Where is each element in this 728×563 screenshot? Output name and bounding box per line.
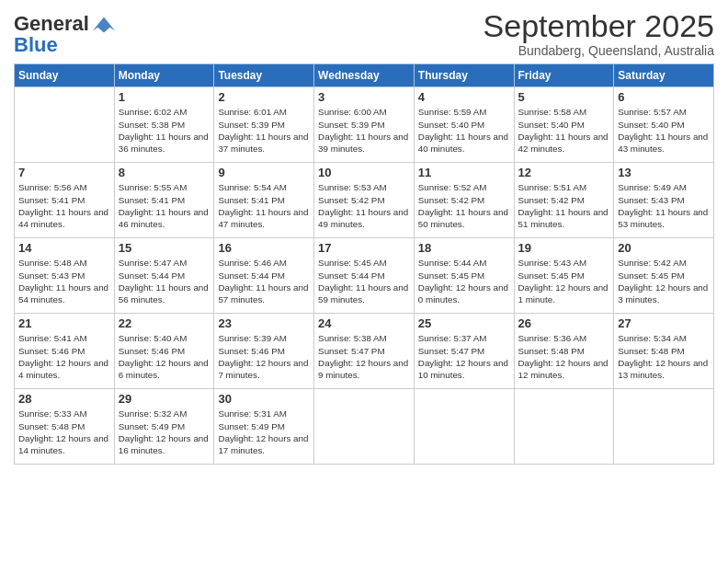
weekday-header-row: Sunday Monday Tuesday Wednesday Thursday…	[15, 64, 714, 87]
header-monday: Monday	[114, 64, 214, 87]
header-thursday: Thursday	[414, 64, 514, 87]
logo-text-general: General	[14, 14, 89, 34]
day-info: Sunrise: 5:40 AMSunset: 5:46 PMDaylight:…	[119, 332, 210, 381]
day-cell-10: 10 Sunrise: 5:53 AMSunset: 5:42 PMDaylig…	[314, 163, 415, 238]
title-area: September 2025 Bundaberg, Queensland, Au…	[483, 9, 714, 58]
day-cell-empty	[614, 389, 714, 465]
day-cell-18: 18 Sunrise: 5:44 AMSunset: 5:45 PMDaylig…	[414, 238, 514, 314]
day-cell-5: 5 Sunrise: 5:58 AMSunset: 5:40 PMDayligh…	[514, 87, 614, 163]
day-cell-empty	[514, 389, 614, 465]
week-row-1: 1 Sunrise: 6:02 AMSunset: 5:38 PMDayligh…	[15, 87, 714, 163]
day-cell-28: 28 Sunrise: 5:33 AMSunset: 5:48 PMDaylig…	[15, 389, 115, 465]
header-friday: Friday	[514, 64, 614, 87]
day-number: 10	[318, 166, 410, 179]
page-header: General Blue September 2025 Bundaberg, Q…	[14, 9, 714, 58]
day-info: Sunrise: 5:44 AMSunset: 5:45 PMDaylight:…	[418, 257, 510, 305]
day-number: 28	[18, 392, 110, 406]
day-info: Sunrise: 5:47 AMSunset: 5:44 PMDaylight:…	[119, 257, 210, 305]
week-row-2: 7 Sunrise: 5:56 AMSunset: 5:41 PMDayligh…	[15, 163, 714, 238]
day-info: Sunrise: 5:33 AMSunset: 5:48 PMDaylight:…	[18, 408, 110, 456]
week-row-4: 21 Sunrise: 5:41 AMSunset: 5:46 PMDaylig…	[15, 314, 714, 389]
day-number: 27	[618, 316, 710, 330]
day-cell-7: 7 Sunrise: 5:56 AMSunset: 5:41 PMDayligh…	[15, 163, 115, 238]
logo-icon	[91, 15, 117, 35]
logo-text-blue: Blue	[14, 33, 58, 56]
day-number: 1	[119, 90, 210, 104]
day-info: Sunrise: 5:59 AMSunset: 5:40 PMDaylight:…	[418, 106, 510, 155]
day-number: 30	[218, 392, 310, 406]
day-info: Sunrise: 5:46 AMSunset: 5:44 PMDaylight:…	[218, 257, 310, 305]
day-cell-15: 15 Sunrise: 5:47 AMSunset: 5:44 PMDaylig…	[114, 238, 214, 314]
day-info: Sunrise: 5:53 AMSunset: 5:42 PMDaylight:…	[318, 181, 410, 230]
day-number: 17	[318, 241, 410, 255]
day-cell-26: 26 Sunrise: 5:36 AMSunset: 5:48 PMDaylig…	[514, 314, 614, 389]
day-cell-empty	[314, 389, 415, 465]
day-cell-9: 9 Sunrise: 5:54 AMSunset: 5:41 PMDayligh…	[214, 163, 314, 238]
day-cell-29: 29 Sunrise: 5:32 AMSunset: 5:49 PMDaylig…	[114, 389, 214, 465]
calendar-table: Sunday Monday Tuesday Wednesday Thursday…	[14, 63, 714, 465]
day-info: Sunrise: 6:02 AMSunset: 5:38 PMDaylight:…	[119, 106, 210, 155]
day-cell-24: 24 Sunrise: 5:38 AMSunset: 5:47 PMDaylig…	[314, 314, 415, 389]
day-cell-6: 6 Sunrise: 5:57 AMSunset: 5:40 PMDayligh…	[614, 87, 714, 163]
day-cell-27: 27 Sunrise: 5:34 AMSunset: 5:48 PMDaylig…	[614, 314, 714, 389]
day-number: 25	[418, 316, 510, 330]
header-tuesday: Tuesday	[214, 64, 314, 87]
day-number: 13	[618, 166, 710, 179]
day-info: Sunrise: 5:43 AMSunset: 5:45 PMDaylight:…	[518, 257, 610, 305]
day-info: Sunrise: 5:55 AMSunset: 5:41 PMDaylight:…	[119, 181, 210, 230]
day-number: 4	[418, 90, 510, 104]
day-number: 23	[218, 316, 310, 330]
day-info: Sunrise: 5:56 AMSunset: 5:41 PMDaylight:…	[18, 181, 110, 230]
day-number: 5	[518, 90, 610, 104]
day-info: Sunrise: 5:36 AMSunset: 5:48 PMDaylight:…	[518, 332, 610, 381]
day-number: 8	[119, 166, 210, 179]
week-row-3: 14 Sunrise: 5:48 AMSunset: 5:43 PMDaylig…	[15, 238, 714, 314]
day-info: Sunrise: 5:54 AMSunset: 5:41 PMDaylight:…	[218, 181, 310, 230]
day-number: 16	[218, 241, 310, 255]
day-info: Sunrise: 5:49 AMSunset: 5:43 PMDaylight:…	[618, 181, 710, 230]
header-sunday: Sunday	[15, 64, 115, 87]
day-info: Sunrise: 5:48 AMSunset: 5:43 PMDaylight:…	[18, 257, 110, 305]
day-cell-1: 1 Sunrise: 6:02 AMSunset: 5:38 PMDayligh…	[114, 87, 214, 163]
day-number: 22	[119, 316, 210, 330]
day-info: Sunrise: 5:52 AMSunset: 5:42 PMDaylight:…	[418, 181, 510, 230]
day-info: Sunrise: 5:38 AMSunset: 5:47 PMDaylight:…	[318, 332, 410, 381]
day-cell-25: 25 Sunrise: 5:37 AMSunset: 5:47 PMDaylig…	[414, 314, 514, 389]
day-number: 19	[518, 241, 610, 255]
location: Bundaberg, Queensland, Australia	[483, 43, 714, 58]
day-info: Sunrise: 6:01 AMSunset: 5:39 PMDaylight:…	[218, 106, 310, 155]
day-number: 7	[18, 166, 110, 179]
day-number: 18	[418, 241, 510, 255]
day-cell-3: 3 Sunrise: 6:00 AMSunset: 5:39 PMDayligh…	[314, 87, 415, 163]
day-info: Sunrise: 5:41 AMSunset: 5:46 PMDaylight:…	[18, 332, 110, 381]
day-number: 9	[218, 166, 310, 179]
logo: General Blue	[14, 13, 117, 55]
day-cell-2: 2 Sunrise: 6:01 AMSunset: 5:39 PMDayligh…	[214, 87, 314, 163]
day-info: Sunrise: 5:51 AMSunset: 5:42 PMDaylight:…	[518, 181, 610, 230]
day-number: 29	[119, 392, 210, 406]
day-number: 20	[618, 241, 710, 255]
day-cell-17: 17 Sunrise: 5:45 AMSunset: 5:44 PMDaylig…	[314, 238, 415, 314]
day-info: Sunrise: 5:37 AMSunset: 5:47 PMDaylight:…	[418, 332, 510, 381]
day-cell-23: 23 Sunrise: 5:39 AMSunset: 5:46 PMDaylig…	[214, 314, 314, 389]
day-cell-30: 30 Sunrise: 5:31 AMSunset: 5:49 PMDaylig…	[214, 389, 314, 465]
day-number: 21	[18, 316, 110, 330]
day-info: Sunrise: 5:57 AMSunset: 5:40 PMDaylight:…	[618, 106, 710, 155]
day-number: 12	[518, 166, 610, 179]
day-cell-16: 16 Sunrise: 5:46 AMSunset: 5:44 PMDaylig…	[214, 238, 314, 314]
day-cell-20: 20 Sunrise: 5:42 AMSunset: 5:45 PMDaylig…	[614, 238, 714, 314]
day-cell-14: 14 Sunrise: 5:48 AMSunset: 5:43 PMDaylig…	[15, 238, 115, 314]
day-cell-19: 19 Sunrise: 5:43 AMSunset: 5:45 PMDaylig…	[514, 238, 614, 314]
day-info: Sunrise: 5:31 AMSunset: 5:49 PMDaylight:…	[218, 408, 310, 456]
day-number: 15	[119, 241, 210, 255]
day-cell-empty	[15, 87, 115, 163]
day-info: Sunrise: 5:34 AMSunset: 5:48 PMDaylight:…	[618, 332, 710, 381]
day-number: 2	[218, 90, 310, 104]
day-info: Sunrise: 5:45 AMSunset: 5:44 PMDaylight:…	[318, 257, 410, 305]
day-number: 11	[418, 166, 510, 179]
day-cell-8: 8 Sunrise: 5:55 AMSunset: 5:41 PMDayligh…	[114, 163, 214, 238]
day-number: 24	[318, 316, 410, 330]
day-info: Sunrise: 5:42 AMSunset: 5:45 PMDaylight:…	[618, 257, 710, 305]
day-cell-empty	[414, 389, 514, 465]
day-cell-12: 12 Sunrise: 5:51 AMSunset: 5:42 PMDaylig…	[514, 163, 614, 238]
